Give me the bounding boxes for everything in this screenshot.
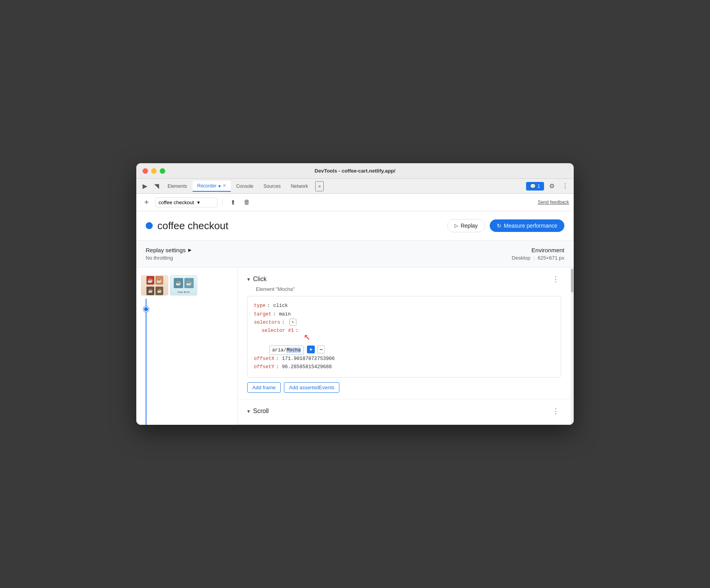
scroll-step-title: Scroll	[253, 408, 269, 415]
settings-left: Replay settings ▶ No throttling	[146, 247, 191, 261]
environment-label: Environment	[512, 247, 564, 253]
recorder-dot: ●	[218, 183, 221, 189]
delete-icon: 🗑	[244, 199, 250, 206]
add-asserted-events-button[interactable]: Add assertedEvents	[284, 382, 339, 393]
timeline-line	[146, 299, 146, 424]
tab-close-icon[interactable]: ✕	[223, 183, 226, 188]
more-options-button[interactable]: ⋮	[560, 181, 571, 192]
scroll-step-more-button[interactable]: ⋮	[550, 406, 561, 417]
add-recording-button[interactable]: +	[141, 197, 152, 208]
tab-sources[interactable]: Sources	[259, 181, 285, 191]
settings-row: Replay settings ▶ No throttling Environm…	[136, 241, 574, 267]
click-step-actions: Add frame Add assertedEvents	[247, 382, 561, 393]
code-line-aria: aria/Mocha + −	[269, 346, 555, 355]
send-feedback-link[interactable]: Send feedback	[538, 200, 569, 205]
scrollbar-track[interactable]	[571, 267, 574, 424]
cursor-icon-btn[interactable]: ▶	[139, 181, 150, 192]
scroll-step-header: ▾ Scroll ⋮	[247, 406, 561, 417]
thumbnail-1[interactable]: ☕ ☕ ☕ ☕	[141, 275, 168, 296]
export-icon: ⬆	[230, 199, 235, 206]
tab-actions: 💬 1 ⚙ ⋮	[526, 181, 571, 192]
aria-selector-chip[interactable]: aria/Mocha	[269, 346, 304, 355]
measure-performance-button[interactable]: ↻ Measure performance	[490, 219, 564, 232]
recorder-toolbar: + coffee checkout ▾ ⬆ 🗑 Send feedback	[136, 194, 574, 211]
inspect-icon-btn[interactable]: ◥	[151, 181, 162, 192]
code-line-selectors: selectors : ↖	[254, 319, 555, 327]
more-vert-icon: ⋮	[562, 182, 568, 190]
recording-select[interactable]: coffee checkout ▾	[155, 198, 218, 207]
scroll-step-title-row: ▾ Scroll	[247, 408, 269, 415]
titlebar: DevTools - coffee-cart.netlify.app/	[136, 163, 574, 179]
thumbnail-2[interactable]: ☕ ☕ Total: $0.00	[170, 275, 197, 296]
minimize-button[interactable]	[151, 168, 157, 174]
annotation-arrow: ↖	[304, 328, 310, 346]
devtools-window: DevTools - coffee-cart.netlify.app/ ▶ ◥ …	[136, 163, 574, 424]
recording-header-section: coffee checkout ▷ Replay ↻ Measure perfo…	[136, 211, 574, 241]
header-buttons: ▷ Replay ↻ Measure performance	[447, 219, 564, 232]
steps-area: ☕ ☕ ☕ ☕	[136, 267, 574, 424]
remove-selector-button[interactable]: −	[317, 346, 325, 353]
recording-name: coffee checkout	[157, 220, 228, 232]
steps-timeline: ☕ ☕ ☕ ☕	[136, 267, 238, 424]
code-line-offsety: offsetY : 96.28585815429688	[254, 363, 555, 371]
click-step: ▾ Click ⋮ Element "Mocha" type : click t…	[238, 267, 571, 399]
environment-detail: Desktop | 625×671 px	[512, 255, 564, 261]
toolbar-separator	[222, 198, 223, 206]
recording-header: coffee checkout ▷ Replay ↻ Measure perfo…	[146, 219, 564, 232]
click-step-title-row: ▾ Click	[247, 276, 267, 283]
collapse-icon[interactable]: ▾	[247, 276, 250, 282]
timeline-dot-click	[143, 306, 149, 312]
scroll-collapse-icon[interactable]: ▾	[247, 408, 250, 414]
settings-button[interactable]: ⚙	[546, 181, 557, 192]
scroll-step: ▾ Scroll ⋮	[238, 399, 571, 425]
throttling-label: No throttling	[146, 255, 191, 261]
code-line-selector1: selector #1 : ↖	[262, 327, 555, 346]
tab-console[interactable]: Console	[232, 181, 258, 191]
plus-icon: +	[144, 198, 149, 207]
traffic-lights	[143, 168, 165, 174]
scrollbar-thumb[interactable]	[571, 269, 573, 292]
maximize-button[interactable]	[160, 168, 165, 174]
play-icon: ▷	[455, 223, 458, 228]
settings-right: Environment Desktop | 625×671 px	[512, 247, 564, 261]
message-icon: 💬	[530, 184, 536, 189]
code-line-target: target : main	[254, 310, 555, 319]
code-line-type: type : click	[254, 302, 555, 310]
chevron-right-icon: ▶	[188, 248, 191, 253]
status-dot	[146, 222, 153, 229]
measure-icon: ↻	[497, 223, 501, 229]
replay-settings-toggle[interactable]: Replay settings ▶	[146, 247, 191, 253]
thumbnail-strip: ☕ ☕ ☕ ☕	[136, 272, 237, 299]
dropdown-icon: ▾	[197, 200, 200, 205]
export-button[interactable]: ⬆	[227, 197, 238, 208]
replay-settings-label: Replay settings	[146, 247, 186, 253]
tab-recorder[interactable]: Recorder ● ✕	[193, 181, 231, 192]
click-step-subtitle: Element "Mocha"	[256, 286, 561, 292]
gear-icon: ⚙	[549, 182, 555, 190]
devtools-tabbar: ▶ ◥ Elements Recorder ● ✕ Console Source…	[136, 179, 574, 194]
selector-icon[interactable]: ↖	[289, 319, 296, 326]
replay-button[interactable]: ▷ Replay	[447, 219, 485, 232]
code-line-offsetx: offsetX : 171.90187072753906	[254, 355, 555, 363]
click-step-more-button[interactable]: ⋮	[550, 274, 561, 285]
recording-title: coffee checkout	[146, 220, 228, 232]
add-frame-button[interactable]: Add frame	[247, 382, 281, 393]
click-step-code: type : click target : main selectors : ↖	[247, 296, 561, 377]
tab-network[interactable]: Network	[286, 181, 313, 191]
steps-content: ▾ Click ⋮ Element "Mocha" type : click t…	[238, 267, 571, 424]
add-selector-button[interactable]: +	[307, 346, 315, 353]
window-title: DevTools - coffee-cart.netlify.app/	[315, 168, 396, 174]
click-step-header: ▾ Click ⋮	[247, 274, 561, 285]
more-tabs-button[interactable]: »	[315, 181, 324, 191]
delete-button[interactable]: 🗑	[241, 197, 252, 208]
mocha-highlight: Mocha	[286, 347, 301, 353]
click-step-title: Click	[253, 276, 267, 283]
tab-elements[interactable]: Elements	[163, 181, 192, 191]
close-button[interactable]	[143, 168, 148, 174]
messages-button[interactable]: 💬 1	[526, 182, 544, 191]
